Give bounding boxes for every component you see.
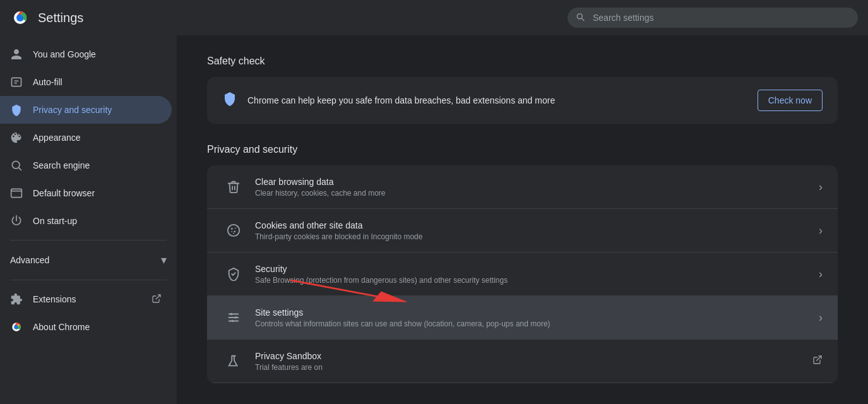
- sidebar-item-search-engine[interactable]: Search engine: [0, 152, 172, 179]
- privacy-sandbox-desc: Trial features are on: [255, 363, 812, 372]
- search-bar: [568, 8, 858, 28]
- svg-point-6: [12, 161, 20, 169]
- sidebar-label-you-and-google: You and Google: [33, 49, 96, 59]
- search-icon: [575, 12, 585, 24]
- sidebar-item-default-browser[interactable]: Default browser: [0, 179, 172, 207]
- cookies-content: Cookies and other site data Third-party …: [255, 220, 819, 241]
- svg-rect-3: [12, 78, 21, 86]
- sidebar-label-on-startup: On start-up: [33, 216, 77, 226]
- person-icon: [10, 48, 23, 61]
- sidebar-item-advanced[interactable]: Advanced ▾: [0, 246, 177, 275]
- power-icon: [10, 215, 23, 227]
- svg-line-28: [817, 356, 821, 360]
- sidebar-label-advanced: Advanced: [10, 255, 49, 265]
- sidebar-label-default-browser: Default browser: [33, 188, 95, 198]
- shield-icon: [10, 104, 23, 116]
- chevron-right-icon-2: ›: [819, 268, 823, 281]
- main-layout: You and Google Auto-fill Privacy and sec…: [0, 35, 868, 404]
- clear-browsing-data-title: Clear browsing data: [255, 177, 819, 187]
- cookies-title: Cookies and other site data: [255, 220, 819, 230]
- site-settings-content: Site settings Controls what information …: [255, 307, 819, 328]
- settings-item-site-settings[interactable]: Site settings Controls what information …: [207, 296, 838, 340]
- sliders-icon: [222, 306, 245, 329]
- sidebar-item-about-chrome[interactable]: About Chrome: [0, 313, 172, 341]
- chevron-right-icon-0: ›: [819, 181, 823, 194]
- clear-browsing-data-desc: Clear history, cookies, cache and more: [255, 189, 819, 198]
- chevron-down-icon: ▾: [161, 253, 167, 267]
- chevron-right-icon-1: ›: [819, 224, 823, 237]
- safety-shield-icon: [222, 91, 237, 110]
- browser-icon: [10, 187, 23, 199]
- svg-point-17: [231, 228, 233, 230]
- flask-icon: [222, 350, 245, 372]
- external-link-icon: [152, 294, 162, 306]
- sidebar-divider-2: [10, 280, 167, 280]
- security-desc: Safe Browsing (protection from dangerous…: [255, 276, 819, 285]
- safety-check-title: Safety check: [207, 56, 838, 67]
- site-settings-title: Site settings: [255, 307, 819, 318]
- sidebar-item-on-startup[interactable]: On start-up: [0, 207, 172, 235]
- sidebar-divider: [10, 240, 167, 241]
- header-logo: Settings: [10, 8, 83, 28]
- chrome-logo-icon: [10, 8, 30, 28]
- security-content: Security Safe Browsing (protection from …: [255, 264, 819, 285]
- svg-point-25: [230, 313, 233, 316]
- sidebar-label-autofill: Auto-fill: [33, 77, 62, 87]
- badge-icon: [10, 76, 23, 88]
- chevron-right-icon-3: ›: [819, 311, 823, 324]
- svg-line-7: [19, 168, 21, 170]
- svg-point-18: [235, 227, 236, 229]
- cookies-desc: Third-party cookies are blocked in Incog…: [255, 232, 819, 241]
- privacy-sandbox-content: Privacy Sandbox Trial features are on: [255, 351, 812, 372]
- svg-point-27: [231, 320, 234, 323]
- content-area: Safety check Chrome can help keep you sa…: [177, 35, 868, 404]
- app-title: Settings: [38, 11, 83, 25]
- check-now-button[interactable]: Check now: [758, 90, 823, 111]
- svg-point-21: [233, 233, 234, 234]
- sidebar-item-privacy-and-security[interactable]: Privacy and security: [0, 96, 172, 124]
- sidebar-label-privacy-and-security: Privacy and security: [33, 105, 112, 115]
- sidebar-item-extensions[interactable]: Extensions: [0, 285, 172, 313]
- sidebar-label-extensions: Extensions: [33, 294, 76, 304]
- sidebar: You and Google Auto-fill Privacy and sec…: [0, 35, 177, 404]
- safety-check-card: Chrome can help keep you safe from data …: [207, 77, 838, 124]
- svg-point-20: [231, 231, 232, 232]
- privacy-sandbox-title: Privacy Sandbox: [255, 351, 812, 361]
- settings-item-clear-browsing-data[interactable]: Clear browsing data Clear history, cooki…: [207, 165, 838, 209]
- settings-item-privacy-sandbox[interactable]: Privacy Sandbox Trial features are on: [207, 340, 838, 383]
- palette-icon: [10, 131, 23, 144]
- clear-browsing-data-content: Clear browsing data Clear history, cooki…: [255, 177, 819, 198]
- privacy-settings-list: Clear browsing data Clear history, cooki…: [207, 165, 838, 383]
- cookie-icon: [222, 219, 245, 242]
- sidebar-label-about-chrome: About Chrome: [33, 322, 90, 332]
- sidebar-item-appearance[interactable]: Appearance: [0, 124, 172, 152]
- sidebar-label-appearance: Appearance: [33, 133, 81, 143]
- header: Settings: [0, 0, 868, 35]
- privacy-security-title: Privacy and security: [207, 144, 838, 155]
- svg-line-13: [156, 295, 160, 299]
- svg-point-2: [18, 15, 23, 21]
- search-input[interactable]: [568, 8, 858, 28]
- security-title: Security: [255, 264, 819, 274]
- svg-point-16: [228, 225, 239, 236]
- shield-check-icon: [222, 263, 245, 285]
- site-settings-desc: Controls what information sites can use …: [255, 319, 819, 328]
- sidebar-item-autofill[interactable]: Auto-fill: [0, 68, 172, 96]
- safety-card-description: Chrome can help keep you safe from data …: [247, 95, 747, 105]
- sidebar-item-you-and-google[interactable]: You and Google: [0, 40, 172, 68]
- external-link-icon-sandbox: [812, 355, 823, 367]
- svg-point-26: [235, 316, 237, 319]
- search-engine-icon: [10, 159, 23, 172]
- puzzle-icon: [10, 293, 23, 306]
- trash-icon: [222, 175, 245, 198]
- sidebar-label-search-engine: Search engine: [33, 160, 90, 170]
- chrome-small-icon: [10, 321, 23, 333]
- svg-point-19: [234, 230, 235, 232]
- settings-item-cookies[interactable]: Cookies and other site data Third-party …: [207, 209, 838, 252]
- settings-item-security[interactable]: Security Safe Browsing (protection from …: [207, 252, 838, 296]
